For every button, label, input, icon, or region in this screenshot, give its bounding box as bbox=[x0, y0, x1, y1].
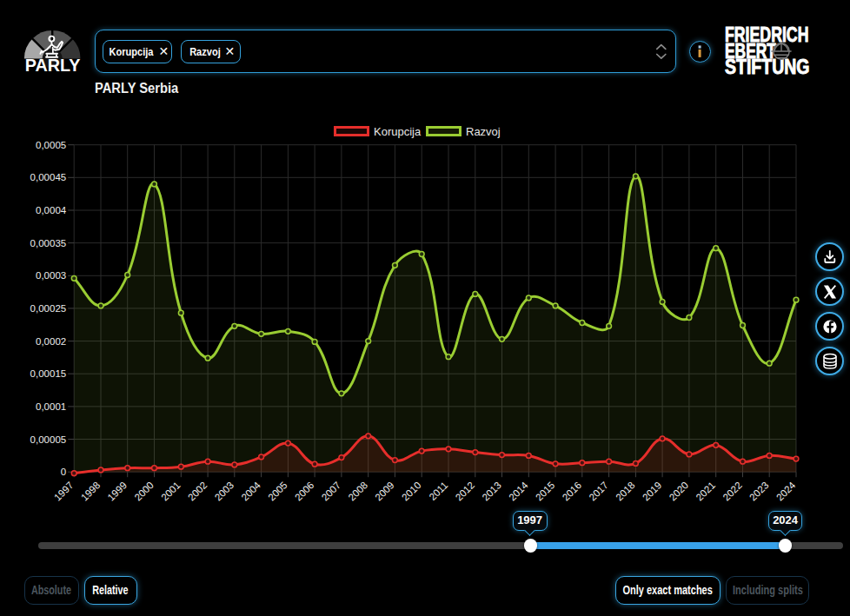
svg-text:1999: 1999 bbox=[106, 480, 129, 503]
svg-text:2010: 2010 bbox=[400, 480, 423, 503]
svg-text:2000: 2000 bbox=[132, 480, 156, 503]
svg-text:2002: 2002 bbox=[186, 480, 209, 503]
svg-text:2004: 2004 bbox=[239, 480, 262, 503]
svg-text:2013: 2013 bbox=[480, 480, 503, 503]
svg-text:1997: 1997 bbox=[52, 480, 76, 503]
svg-text:1998: 1998 bbox=[79, 480, 103, 503]
svg-text:2021: 2021 bbox=[694, 480, 718, 503]
svg-text:0,00035: 0,00035 bbox=[30, 238, 67, 248]
svg-text:0,0004: 0,0004 bbox=[36, 205, 67, 215]
svg-text:STIFTUNG: STIFTUNG bbox=[725, 56, 809, 78]
svg-text:2018: 2018 bbox=[614, 480, 637, 503]
svg-text:2022: 2022 bbox=[721, 480, 744, 503]
svg-text:0,00025: 0,00025 bbox=[30, 303, 67, 314]
svg-text:2011: 2011 bbox=[427, 480, 449, 502]
svg-text:2017: 2017 bbox=[587, 480, 610, 503]
svg-text:2009: 2009 bbox=[373, 480, 396, 503]
svg-text:2006: 2006 bbox=[293, 480, 316, 503]
svg-text:2008: 2008 bbox=[347, 480, 370, 503]
svg-text:2023: 2023 bbox=[747, 480, 771, 503]
svg-text:2020: 2020 bbox=[667, 480, 691, 503]
svg-text:2003: 2003 bbox=[213, 480, 236, 503]
svg-text:2019: 2019 bbox=[641, 480, 664, 503]
svg-text:2005: 2005 bbox=[266, 480, 289, 503]
svg-text:0,0001: 0,0001 bbox=[36, 401, 66, 412]
svg-text:0,00015: 0,00015 bbox=[30, 368, 67, 379]
svg-text:0,0003: 0,0003 bbox=[36, 270, 66, 281]
svg-text:2012: 2012 bbox=[454, 480, 477, 503]
svg-text:0,0002: 0,0002 bbox=[36, 336, 66, 347]
svg-text:2007: 2007 bbox=[320, 480, 343, 503]
svg-text:0: 0 bbox=[61, 467, 66, 477]
svg-text:0,0005: 0,0005 bbox=[36, 140, 66, 150]
svg-text:2015: 2015 bbox=[534, 480, 557, 503]
svg-text:2024: 2024 bbox=[774, 480, 798, 503]
svg-text:0,00045: 0,00045 bbox=[30, 172, 67, 182]
svg-text:2016: 2016 bbox=[561, 480, 584, 503]
svg-text:0,00005: 0,00005 bbox=[30, 434, 67, 445]
svg-text:2001: 2001 bbox=[159, 480, 183, 503]
svg-text:2014: 2014 bbox=[507, 480, 530, 503]
